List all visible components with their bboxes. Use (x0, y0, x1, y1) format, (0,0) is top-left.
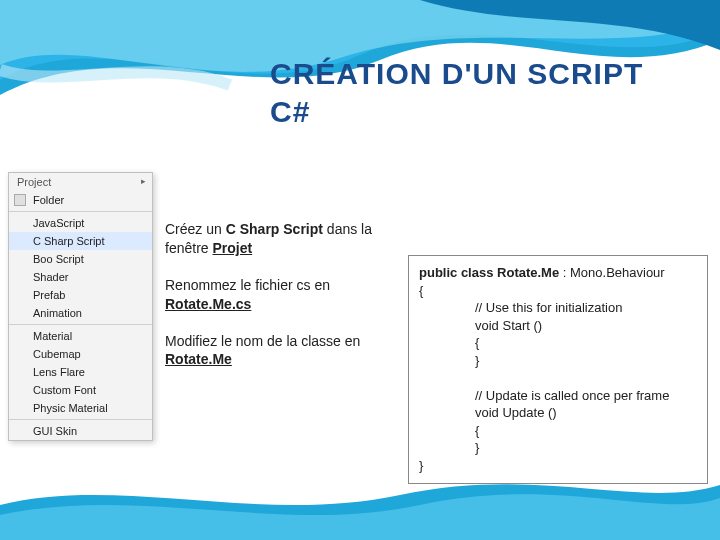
step-2: Renommez le fichier cs en Rotate.Me.cs (165, 276, 405, 314)
code-line-5: { (419, 334, 697, 352)
menu-item-cubemap[interactable]: Cubemap (9, 345, 152, 363)
step-1: Créez un C Sharp Script dans la fenêtre … (165, 220, 405, 258)
menu-item-animation[interactable]: Animation (9, 304, 152, 322)
code-line-11: } (419, 457, 697, 475)
title-line-2: C# (270, 95, 310, 128)
code-line-10: } (419, 439, 697, 457)
code-line-4: void Start () (419, 317, 697, 335)
menu-separator (9, 211, 152, 212)
slide-title: CRÉATION D'UN SCRIPT C# (270, 55, 643, 130)
menu-item-shader[interactable]: Shader (9, 268, 152, 286)
menu-item-gui-skin[interactable]: GUI Skin (9, 422, 152, 440)
code-box: public class Rotate.Me : Mono.Behaviour … (408, 255, 708, 484)
menu-item-prefab[interactable]: Prefab (9, 286, 152, 304)
menu-item-boo-script[interactable]: Boo Script (9, 250, 152, 268)
code-spacer (419, 369, 697, 387)
code-line-1: public class Rotate.Me : Mono.Behaviour (419, 264, 697, 282)
step-3: Modifiez le nom de la classe en Rotate.M… (165, 332, 405, 370)
folder-icon (14, 194, 26, 206)
menu-item-lens-flare[interactable]: Lens Flare (9, 363, 152, 381)
menu-item-csharp-script[interactable]: C Sharp Script (9, 232, 152, 250)
menu-item-javascript[interactable]: JavaScript (9, 214, 152, 232)
title-line-1: CRÉATION D'UN SCRIPT (270, 57, 643, 90)
code-line-3: // Use this for initialization (419, 299, 697, 317)
instructions-block: Créez un C Sharp Script dans la fenêtre … (165, 220, 405, 387)
menu-item-physic-material[interactable]: Physic Material (9, 399, 152, 417)
menu-item-custom-font[interactable]: Custom Font (9, 381, 152, 399)
menu-header[interactable]: Project (9, 173, 152, 191)
code-line-8: void Update () (419, 404, 697, 422)
menu-item-folder[interactable]: Folder (9, 191, 152, 209)
menu-separator (9, 324, 152, 325)
code-line-2: { (419, 282, 697, 300)
menu-item-material[interactable]: Material (9, 327, 152, 345)
code-line-6: } (419, 352, 697, 370)
menu-separator (9, 419, 152, 420)
context-menu: Project Folder JavaScript C Sharp Script… (8, 172, 153, 441)
code-line-9: { (419, 422, 697, 440)
code-line-7: // Update is called once per frame (419, 387, 697, 405)
